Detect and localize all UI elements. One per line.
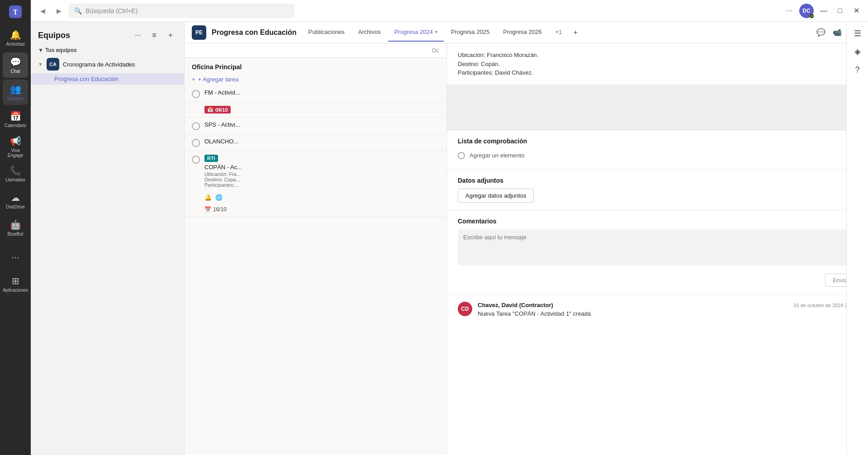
sidebar-item-chat[interactable]: 💬 Chat: [3, 52, 28, 78]
task-item-fm[interactable]: FM - Activid...: [185, 85, 446, 102]
right-panel-icons: ☰ ◈ ?: [846, 43, 868, 455]
comment-entry: CD Chavez, David (Contractor) 16 de octu…: [447, 294, 868, 324]
tab-more[interactable]: +1: [549, 23, 569, 42]
forward-button[interactable]: ▶: [52, 5, 65, 17]
comment-input[interactable]: [458, 229, 857, 265]
calendar-icon: 📅: [10, 111, 21, 122]
tab-publicaciones[interactable]: Publicaciones: [302, 23, 351, 42]
nav-more-button[interactable]: ···: [132, 29, 144, 42]
sidebar-item-onedrive[interactable]: ☁ OneDrive: [3, 188, 28, 213]
sidebar-item-actividad[interactable]: 🔔 Actividad: [3, 25, 28, 51]
tab-progresa2024[interactable]: Progresa 2024 ▾: [388, 23, 444, 42]
search-box[interactable]: 🔍 Búsqueda (Ctrl+E): [69, 4, 295, 18]
task-content-olancho: OLANCHO...: [204, 138, 439, 145]
task-item-copan[interactable]: RTI COPÁN - Ac... Ubicación: Fra... Dest…: [185, 151, 446, 217]
close-button[interactable]: ✕: [850, 5, 863, 17]
globe-icon: 🌐: [215, 194, 223, 201]
plus-icon: +: [192, 76, 195, 83]
help-button[interactable]: ?: [849, 62, 866, 78]
task-panel: Oc Oficina Principal + + Agregar tarea F…: [185, 43, 447, 455]
team-cronograma[interactable]: ▼ CA Cronograma de Actividades: [31, 55, 184, 73]
task-radio-copan[interactable]: [192, 156, 200, 164]
comments-section: Comentarios Enviar: [447, 210, 868, 294]
channel-logo: PE: [192, 25, 206, 40]
chat-action-button[interactable]: 💬: [814, 25, 828, 40]
sidebar-item-viva[interactable]: 📢 Viva Engage: [3, 134, 28, 159]
comment-avatar: CD: [458, 302, 472, 316]
tab-progresa2025[interactable]: Progresa 2025: [445, 23, 496, 42]
main-area: PE Progresa con Educación Publicaciones …: [185, 22, 868, 455]
task-item-olancho[interactable]: OLANCHO...: [185, 134, 446, 151]
comment-header: Chavez, David (Contractor) 16 de octubre…: [478, 302, 857, 308]
task-item-sps[interactable]: SPS - Activi...: [185, 118, 446, 134]
user-avatar[interactable]: DC: [799, 4, 814, 18]
task-radio-sps[interactable]: [192, 122, 200, 130]
task-radio-fm[interactable]: [192, 90, 200, 98]
team-avatar: CA: [47, 58, 59, 71]
chat-icon: 💬: [10, 57, 21, 67]
detail-description: Ubicación: Francisco Morazán. Destino: C…: [447, 43, 868, 85]
nav-filter-button[interactable]: ≡: [148, 29, 161, 42]
sidebar-item-aplicaciones[interactable]: ⊞ Aplicaciones: [3, 271, 28, 297]
calendar-date-icon: 📅: [204, 206, 211, 213]
sidebar-item-bluebot[interactable]: 🤖 BlueBot: [3, 215, 28, 241]
bluebot-icon: 🤖: [10, 219, 21, 230]
attachments-section: Datos adjuntos Agregar datos adjuntos: [447, 170, 868, 210]
team-expand-arrow: ▼: [38, 62, 43, 67]
sidebar-item-calendario[interactable]: 📅 Calendario: [3, 107, 28, 132]
tab-archivos[interactable]: Archivos: [352, 23, 387, 42]
add-tab-button[interactable]: +: [569, 26, 582, 39]
nav-add-button[interactable]: +: [164, 29, 177, 42]
sidebar-item-more[interactable]: ···: [3, 244, 28, 270]
detail-spacer: [447, 85, 868, 130]
premium-button[interactable]: ◈: [849, 43, 866, 60]
apps-icon: ⊞: [12, 275, 19, 286]
top-bar-right: ··· DC — □ ✕: [783, 4, 863, 18]
task-radio-olancho[interactable]: [192, 139, 200, 147]
phone-icon: 📞: [10, 165, 21, 176]
onedrive-icon: ☁: [11, 192, 20, 203]
task-detail: Ubicación: Francisco Morazán. Destino: C…: [447, 43, 868, 455]
sidebar: T 🔔 Actividad 💬 Chat 👥 Equipos 📅 Calenda…: [0, 0, 31, 455]
channel-title: Progresa con Educación: [212, 28, 297, 37]
task-item-fm-date[interactable]: 📅 09/10: [185, 102, 446, 118]
tab-progresa2026[interactable]: Progresa 2026: [497, 23, 548, 42]
task-content-sps: SPS - Activi...: [204, 121, 439, 128]
svg-text:T: T: [13, 8, 18, 16]
sidebar-item-llamadas[interactable]: 📞 Llamadas: [3, 161, 28, 186]
bucket-header: Oficina Principal: [185, 58, 446, 73]
video-action-button[interactable]: 📹: [830, 25, 844, 40]
top-bar: ◀ ▶ 🔍 Búsqueda (Ctrl+E) ··· DC — □ ✕: [31, 0, 868, 22]
calendar-icon: 📅: [207, 107, 213, 113]
task-badge-date: 📅 09/10: [204, 106, 231, 114]
task-badge-rti: RTI: [204, 155, 218, 162]
chevron-down-icon: ▾: [435, 29, 437, 34]
channel-header: PE Progresa con Educación Publicaciones …: [185, 22, 868, 43]
nav-panel: Equipos ··· ≡ + ▼ Tus equipos ▼ CA Crono…: [31, 22, 185, 455]
more-options-button[interactable]: ···: [783, 5, 796, 17]
minimize-button[interactable]: —: [817, 5, 830, 17]
comment-body: Chavez, David (Contractor) 16 de octubre…: [478, 302, 857, 317]
checklist-radio[interactable]: [458, 152, 465, 159]
search-icon: 🔍: [74, 7, 82, 14]
teams-logo[interactable]: T: [7, 4, 24, 20]
bell-small-icon: 🔔: [204, 194, 212, 201]
channel-tabs: Publicaciones Archivos Progresa 2024 ▾ P…: [302, 23, 808, 42]
bell-icon: 🔔: [10, 29, 21, 40]
task-content-fm: FM - Activid...: [204, 89, 439, 96]
maximize-button[interactable]: □: [834, 5, 846, 17]
add-task-button[interactable]: + + Agregar tarea: [185, 73, 446, 85]
teams-section[interactable]: ▼ Tus equipos: [31, 45, 184, 55]
content-body: ☰ ◈ ? Oc Oficina Principal + + Agregar t…: [185, 43, 868, 455]
add-attachment-button[interactable]: Agregar datos adjuntos: [458, 189, 534, 203]
nav-panel-title: Equipos: [38, 31, 128, 40]
teams-icon: 👥: [10, 84, 21, 95]
sidebar-item-equipos[interactable]: 👥 Equipos: [3, 80, 28, 105]
more-icon: ···: [12, 252, 19, 262]
back-button[interactable]: ◀: [36, 5, 49, 17]
channel-progresa[interactable]: Progresa con Educación: [31, 73, 184, 85]
oc-column-label: Oc: [432, 47, 439, 54]
checklist-add-item[interactable]: Agregar un elemento: [458, 149, 857, 162]
arrow-down-icon: ▼: [38, 47, 43, 53]
checklist-section: Lista de comprobación Agregar un element…: [447, 130, 868, 170]
